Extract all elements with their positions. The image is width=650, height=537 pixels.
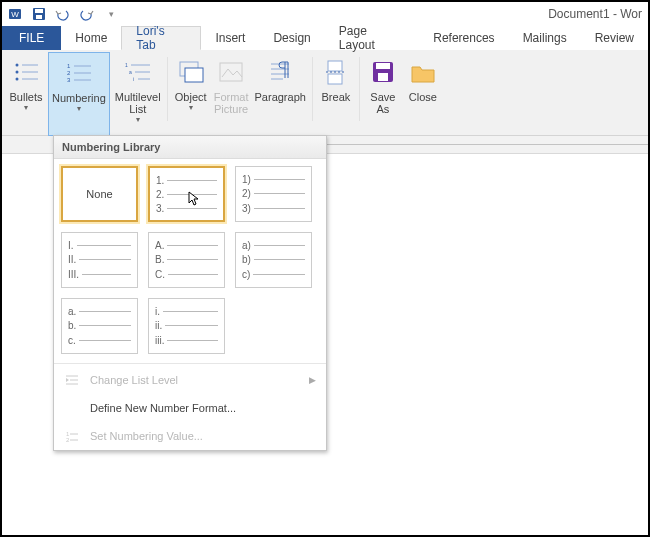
menu-separator — [54, 363, 326, 364]
format-picture-label: Format Picture — [214, 91, 249, 115]
change-list-level-label: Change List Level — [90, 374, 178, 386]
svg-point-5 — [16, 64, 19, 67]
ribbon-tabs: FILE Home Lori's Tab Insert Design Page … — [2, 26, 648, 50]
word-app-icon[interactable]: W — [4, 4, 26, 24]
indent-icon — [64, 372, 80, 388]
title-bar: W ▾ Document1 - Wor — [2, 2, 648, 26]
bullets-icon — [9, 55, 43, 89]
svg-text:W: W — [11, 10, 19, 19]
numbering-tile-lower-alpha-dot[interactable]: a. b. c. — [61, 298, 138, 354]
svg-text:1: 1 — [125, 62, 128, 68]
multilevel-list-button[interactable]: 1ai Multilevel List▾ — [112, 53, 164, 135]
numbering-icon: 123 — [62, 56, 96, 90]
chevron-down-icon: ▾ — [136, 116, 140, 125]
object-button[interactable]: Object▾ — [171, 53, 211, 135]
svg-text:2: 2 — [67, 70, 71, 76]
svg-text:1: 1 — [67, 63, 71, 69]
svg-text:a: a — [129, 69, 132, 75]
break-button[interactable]: Break — [316, 53, 356, 135]
paragraph-button[interactable]: Paragraph — [252, 53, 309, 135]
tab-home[interactable]: Home — [61, 26, 121, 50]
ribbon: Bullets▾ 123 Numbering▾ 1ai Multilevel L… — [2, 50, 648, 136]
bullets-label: Bullets — [9, 91, 42, 103]
change-list-level-item: Change List Level ▶ — [54, 366, 326, 394]
set-numbering-value-item: 12 Set Numbering Value... — [54, 422, 326, 450]
svg-point-7 — [16, 71, 19, 74]
quick-access-toolbar: W ▾ — [4, 4, 122, 24]
numbering-tile-upper-roman[interactable]: I. II. III. — [61, 232, 138, 288]
chevron-down-icon: ▾ — [77, 105, 81, 114]
multilevel-label: Multilevel List — [115, 91, 161, 115]
numbering-dropdown: Numbering Library None 1. 2. 3. 1) 2) 3)… — [53, 135, 327, 451]
close-folder-icon — [406, 55, 440, 89]
save-as-label: Save As — [370, 91, 395, 115]
format-picture-icon — [214, 55, 248, 89]
document-title: Document1 - Wor — [548, 7, 646, 21]
set-value-icon: 12 — [64, 428, 80, 444]
svg-rect-24 — [185, 68, 203, 82]
blank-icon — [64, 400, 80, 416]
tab-mailings[interactable]: Mailings — [509, 26, 581, 50]
chevron-down-icon: ▾ — [24, 104, 28, 113]
numbering-tile-decimal-paren[interactable]: 1) 2) 3) — [235, 166, 312, 222]
tab-insert[interactable]: Insert — [201, 26, 259, 50]
ribbon-separator — [312, 57, 313, 121]
tab-review[interactable]: Review — [581, 26, 648, 50]
svg-rect-34 — [376, 63, 390, 69]
numbering-library-grid: None 1. 2. 3. 1) 2) 3) I. II. III. A. B.… — [54, 159, 326, 361]
save-as-icon — [366, 55, 400, 89]
svg-text:3: 3 — [67, 77, 71, 83]
paragraph-label: Paragraph — [255, 91, 306, 103]
multilevel-list-icon: 1ai — [121, 55, 155, 89]
close-button[interactable]: Close — [403, 53, 443, 135]
numbering-tile-lower-alpha-paren[interactable]: a) b) c) — [235, 232, 312, 288]
save-icon[interactable] — [28, 4, 50, 24]
ribbon-separator — [359, 57, 360, 121]
svg-point-9 — [16, 78, 19, 81]
none-label: None — [86, 188, 112, 200]
object-icon — [174, 55, 208, 89]
page-break-icon — [319, 55, 353, 89]
numbering-tile-none[interactable]: None — [61, 166, 138, 222]
svg-rect-35 — [378, 73, 388, 81]
svg-text:2: 2 — [66, 437, 70, 442]
define-new-label: Define New Number Format... — [90, 402, 236, 414]
tab-file[interactable]: FILE — [2, 26, 61, 50]
numbering-label: Numbering — [52, 92, 106, 104]
svg-rect-4 — [36, 15, 42, 19]
define-new-number-format-item[interactable]: Define New Number Format... — [54, 394, 326, 422]
numbering-tile-upper-alpha[interactable]: A. B. C. — [148, 232, 225, 288]
tab-loris-tab[interactable]: Lori's Tab — [121, 26, 201, 50]
undo-icon[interactable] — [52, 4, 74, 24]
tab-design[interactable]: Design — [259, 26, 324, 50]
numbering-tile-lower-roman[interactable]: i. ii. iii. — [148, 298, 225, 354]
chevron-right-icon: ▶ — [309, 375, 316, 385]
numbering-tile-decimal-dot[interactable]: 1. 2. 3. — [148, 166, 225, 222]
save-as-button[interactable]: Save As — [363, 53, 403, 135]
svg-rect-31 — [328, 74, 342, 84]
format-picture-button: Format Picture — [211, 53, 252, 135]
break-label: Break — [322, 91, 351, 103]
tab-page-layout[interactable]: Page Layout — [325, 26, 419, 50]
numbering-button[interactable]: 123 Numbering▾ — [48, 52, 110, 136]
close-label: Close — [409, 91, 437, 103]
ribbon-separator — [167, 57, 168, 121]
bullets-button[interactable]: Bullets▾ — [6, 53, 46, 135]
svg-rect-30 — [328, 61, 342, 71]
numbering-library-header: Numbering Library — [54, 136, 326, 159]
qat-customize-icon[interactable]: ▾ — [100, 4, 122, 24]
paragraph-icon — [263, 55, 297, 89]
redo-icon[interactable] — [76, 4, 98, 24]
set-value-label: Set Numbering Value... — [90, 430, 203, 442]
tab-references[interactable]: References — [419, 26, 508, 50]
svg-rect-3 — [35, 9, 43, 13]
object-label: Object — [175, 91, 207, 103]
svg-text:i: i — [133, 76, 134, 82]
chevron-down-icon: ▾ — [189, 104, 193, 113]
